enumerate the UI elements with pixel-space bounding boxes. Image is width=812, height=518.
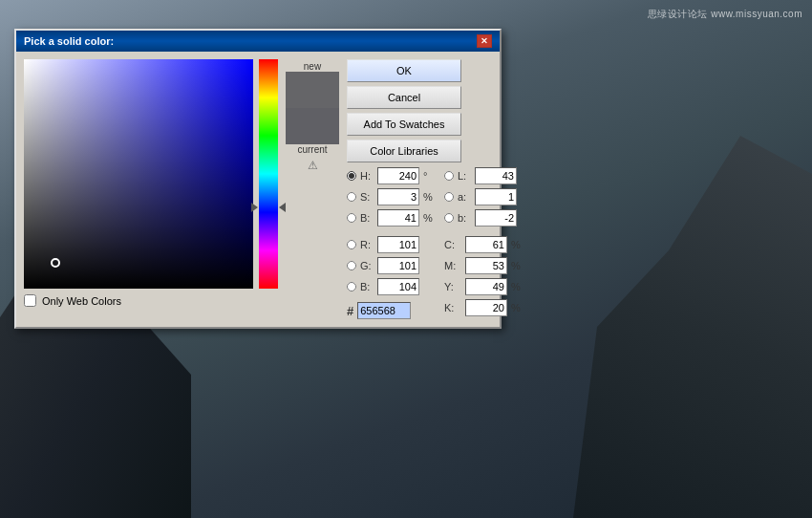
ok-button[interactable]: OK [347, 59, 461, 82]
hex-input[interactable]: 656568 [357, 302, 411, 319]
only-web-colors-label: Only Web Colors [42, 295, 121, 307]
input-h[interactable]: 240 [377, 167, 419, 184]
radio-s[interactable] [347, 192, 356, 202]
close-button[interactable]: ✕ [477, 34, 492, 48]
top-section: Only Web Colors new current ⚠ [24, 59, 492, 319]
hsb-rgb-fields: H: 240 ° S: 3 % [347, 166, 435, 319]
label-m: M: [444, 260, 461, 271]
unit-m: % [511, 260, 523, 271]
radio-a[interactable] [444, 192, 454, 202]
hash-row: # 656568 [347, 302, 435, 319]
input-b[interactable]: 41 [377, 209, 419, 227]
cancel-button[interactable]: Cancel [347, 86, 461, 109]
preview-new-label: new [304, 61, 321, 72]
preview-current-label: current [297, 144, 327, 155]
color-picker-dialog: Pick a solid color: ✕ [14, 29, 502, 329]
input-r[interactable]: 101 [377, 236, 419, 253]
label-s: S: [360, 191, 374, 203]
label-l: L: [458, 170, 471, 182]
label-a: a: [458, 191, 471, 203]
label-k: K: [444, 302, 461, 313]
hue-arrow-right [279, 203, 286, 212]
input-g[interactable]: 101 [377, 257, 419, 274]
picker-and-hue [24, 59, 278, 289]
center-area: new current ⚠ [286, 59, 339, 319]
dialog-overlay: Pick a solid color: ✕ [14, 29, 502, 411]
field-row-b3: b: -2 [444, 208, 523, 227]
input-a[interactable]: 1 [475, 188, 517, 205]
field-row-a: a: 1 [444, 187, 523, 206]
label-b2: B: [360, 281, 374, 292]
field-row-k: K: 20 % [444, 298, 523, 317]
label-c: C: [444, 239, 461, 250]
input-k[interactable]: 20 [465, 299, 507, 316]
color-gradient-box[interactable] [24, 59, 253, 289]
unit-c: % [511, 239, 523, 250]
bottom-row: Only Web Colors [24, 294, 278, 307]
radio-b[interactable] [347, 213, 356, 223]
radio-g[interactable] [347, 261, 356, 270]
field-row-c: C: 61 % [444, 235, 523, 254]
unit-s: % [423, 191, 435, 203]
radio-b2[interactable] [347, 282, 356, 291]
field-row-h: H: 240 ° [347, 166, 435, 185]
label-y: Y: [444, 281, 461, 292]
label-g: G: [360, 260, 374, 271]
dialog-content: Only Web Colors new current ⚠ [16, 52, 500, 327]
radio-l[interactable] [444, 171, 454, 181]
label-h: H: [360, 170, 374, 182]
button-panel: OK Cancel Add To Swatches Color Librarie… [347, 59, 523, 162]
input-b2[interactable]: 104 [377, 278, 419, 295]
input-s[interactable]: 3 [377, 188, 419, 205]
right-panel: OK Cancel Add To Swatches Color Librarie… [347, 59, 523, 319]
preview-new-box [286, 72, 339, 108]
watermark: 思绿设计论坛 www.missyuan.com [648, 8, 802, 21]
unit-b: % [423, 212, 435, 224]
hash-symbol: # [347, 304, 353, 318]
field-row-y: Y: 49 % [444, 277, 523, 296]
hue-bar[interactable] [259, 59, 278, 289]
label-r: R: [360, 239, 374, 250]
unit-h: ° [423, 170, 435, 182]
lab-cmyk-fields: L: 43 a: 1 b [444, 166, 523, 319]
input-y[interactable]: 49 [465, 278, 507, 295]
add-to-swatches-button[interactable]: Add To Swatches [347, 113, 461, 136]
field-row-b: B: 41 % [347, 208, 435, 227]
alert-icon: ⚠ [308, 159, 318, 172]
left-area: Only Web Colors [24, 59, 278, 319]
color-picker-cursor [51, 258, 60, 268]
radio-r[interactable] [347, 240, 356, 249]
dialog-title: Pick a solid color: [24, 35, 114, 47]
unit-k: % [511, 302, 523, 313]
field-row-s: S: 3 % [347, 187, 435, 206]
radio-b3[interactable] [444, 213, 454, 223]
field-row-l: L: 43 [444, 166, 523, 185]
fields-wrapper: H: 240 ° S: 3 % [347, 166, 523, 319]
field-row-r: R: 101 [347, 235, 435, 254]
hue-arrow-left [251, 203, 258, 212]
only-web-colors-checkbox[interactable] [24, 294, 36, 307]
field-row-b2: B: 104 [347, 277, 435, 296]
dialog-titlebar: Pick a solid color: ✕ [16, 31, 500, 52]
field-row-g: G: 101 [347, 256, 435, 275]
label-b: B: [360, 212, 374, 224]
input-l[interactable]: 43 [475, 167, 517, 184]
input-m[interactable]: 53 [465, 257, 507, 274]
preview-block: new current [286, 61, 339, 155]
color-libraries-button[interactable]: Color Libraries [347, 140, 461, 162]
radio-h[interactable] [347, 171, 356, 181]
preview-current-box [286, 108, 339, 144]
label-b3: b: [458, 212, 471, 224]
input-b3[interactable]: -2 [475, 209, 517, 227]
input-c[interactable]: 61 [465, 236, 507, 253]
field-row-m: M: 53 % [444, 256, 523, 275]
unit-y: % [511, 281, 523, 292]
